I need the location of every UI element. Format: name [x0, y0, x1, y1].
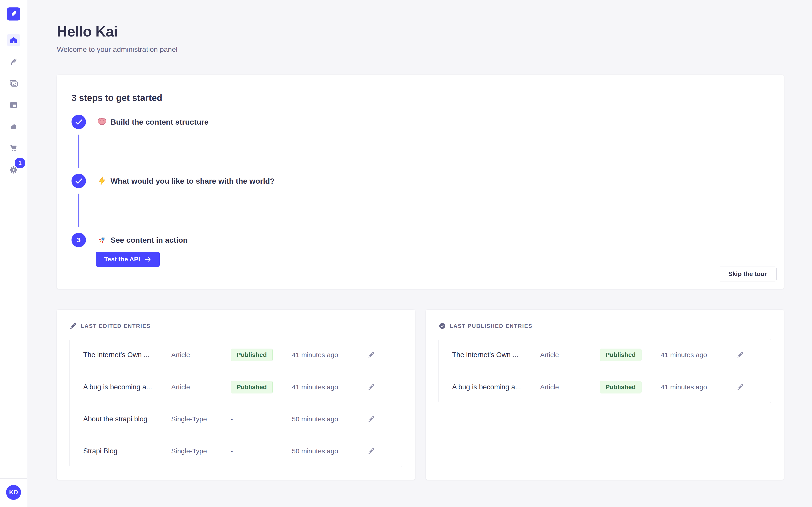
widget-title: LAST EDITED ENTRIES — [81, 323, 151, 329]
table-row: The internet's Own ... Article Published… — [70, 339, 402, 371]
strapi-logo — [7, 7, 20, 20]
edit-entry-button[interactable] — [367, 383, 375, 391]
entry-kind: Single-Type — [171, 447, 231, 455]
check-circle-icon — [439, 322, 446, 330]
entry-status-cell: Published — [231, 349, 292, 361]
skip-tour-button[interactable]: Skip the tour — [719, 267, 776, 281]
last-edited-header: LAST EDITED ENTRIES — [69, 322, 402, 330]
sidebar-nav: 1 — [7, 34, 20, 176]
sidebar-item-content-type-builder[interactable] — [7, 99, 20, 111]
step-2-label-row[interactable]: What would you like to share with the wo… — [97, 176, 274, 186]
step-3: 3 See content in action — [71, 233, 769, 247]
entry-kind: Article — [540, 383, 600, 391]
sidebar-item-cloud[interactable] — [7, 120, 20, 133]
images-icon — [9, 79, 18, 88]
notification-badge: 1 — [15, 158, 25, 168]
last-published-widget: LAST PUBLISHED ENTRIES The internet's Ow… — [426, 309, 784, 480]
entry-kind: Article — [171, 351, 231, 359]
entry-kind: Article — [540, 351, 600, 359]
sidebar-item-marketplace[interactable] — [7, 142, 20, 155]
entry-title: The internet's Own ... — [452, 351, 540, 359]
step-3-number: 3 — [77, 236, 81, 244]
step-2-done-circle — [71, 174, 86, 188]
entry-time: 50 minutes ago — [292, 447, 367, 455]
entry-time: 41 minutes ago — [661, 351, 737, 359]
widget-title: LAST PUBLISHED ENTRIES — [450, 323, 532, 329]
step-3-label-row[interactable]: See content in action — [97, 235, 188, 245]
step-1-label: Build the content structure — [110, 118, 208, 126]
pencil-icon — [368, 383, 375, 391]
table-row: About the strapi blog Single-Type - 50 m… — [70, 403, 402, 435]
entry-status-cell: Published — [600, 381, 661, 393]
test-api-button[interactable]: Test the API — [96, 252, 160, 267]
entry-kind: Single-Type — [171, 415, 231, 423]
table-row: A bug is becoming a... Article Published… — [70, 371, 402, 403]
avatar[interactable]: KD — [6, 485, 21, 500]
edit-entry-button[interactable] — [737, 351, 745, 359]
layout-icon — [9, 101, 18, 110]
table-row: Strapi Blog Single-Type - 50 minutes ago — [70, 435, 402, 467]
pencil-icon — [69, 322, 77, 330]
feather-icon — [9, 57, 18, 66]
step-connector — [78, 134, 80, 168]
step-1-done-circle — [71, 115, 86, 129]
table-row: The internet's Own ... Article Published… — [439, 339, 771, 371]
entry-time: 41 minutes ago — [661, 383, 737, 391]
last-published-header: LAST PUBLISHED ENTRIES — [439, 322, 771, 330]
entry-status-cell: - — [231, 415, 292, 423]
pencil-icon — [737, 351, 744, 358]
test-api-label: Test the API — [104, 256, 140, 263]
step-1-label-row[interactable]: Build the content structure — [97, 117, 208, 127]
entry-status-cell: Published — [600, 349, 661, 361]
entry-title: A bug is becoming a... — [452, 383, 540, 391]
step-3-number-circle: 3 — [71, 233, 86, 247]
edit-entry-button[interactable] — [367, 447, 375, 455]
brain-emoji — [97, 117, 107, 127]
check-icon — [71, 115, 86, 129]
zap-emoji — [97, 176, 107, 186]
entry-title: About the strapi blog — [83, 415, 171, 423]
entry-title: A bug is becoming a... — [83, 383, 171, 391]
pencil-icon — [368, 415, 375, 423]
logo-container — [0, 0, 27, 28]
step-connector — [78, 193, 80, 227]
step-2-label: What would you like to share with the wo… — [110, 177, 274, 185]
status-badge: Published — [231, 381, 273, 393]
sidebar: 1 KD — [0, 0, 27, 507]
cloud-icon — [9, 122, 18, 131]
cart-icon — [9, 144, 18, 153]
edit-entry-button[interactable] — [367, 351, 375, 359]
last-edited-table: The internet's Own ... Article Published… — [69, 339, 402, 467]
edit-entry-button[interactable] — [367, 415, 375, 423]
page-subtitle: Welcome to your administration panel — [57, 45, 784, 54]
sidebar-footer: KD — [0, 478, 27, 507]
pencil-icon — [737, 383, 744, 391]
sidebar-item-settings[interactable]: 1 — [7, 164, 20, 176]
status-badge: - — [231, 415, 233, 423]
entry-title: The internet's Own ... — [83, 351, 171, 359]
status-badge: Published — [600, 349, 642, 361]
page-header: Hello Kai Welcome to your administration… — [57, 23, 784, 54]
guided-tour-title: 3 steps to get started — [71, 93, 769, 103]
status-badge: Published — [600, 381, 642, 393]
last-edited-widget: LAST EDITED ENTRIES The internet's Own .… — [57, 309, 415, 480]
sidebar-item-home[interactable] — [7, 34, 20, 46]
guided-tour-card: 3 steps to get started Build the content… — [57, 75, 784, 289]
step-3-label: See content in action — [110, 236, 188, 244]
step-2: What would you like to share with the wo… — [71, 174, 769, 188]
entry-status-cell: Published — [231, 381, 292, 393]
sidebar-item-media-library[interactable] — [7, 77, 20, 90]
page-title: Hello Kai — [57, 23, 784, 40]
last-published-table: The internet's Own ... Article Published… — [439, 339, 771, 403]
entry-time: 41 minutes ago — [292, 351, 367, 359]
step-1: Build the content structure — [71, 115, 769, 129]
sidebar-item-content[interactable] — [7, 55, 20, 68]
widgets-row: LAST EDITED ENTRIES The internet's Own .… — [57, 309, 784, 480]
rocket-emoji — [97, 235, 107, 245]
entry-kind: Article — [171, 383, 231, 391]
main-content: Hello Kai Welcome to your administration… — [27, 0, 812, 480]
arrow-right-icon — [145, 256, 151, 263]
edit-entry-button[interactable] — [737, 383, 745, 391]
entry-time: 41 minutes ago — [292, 383, 367, 391]
status-badge: - — [231, 448, 233, 455]
